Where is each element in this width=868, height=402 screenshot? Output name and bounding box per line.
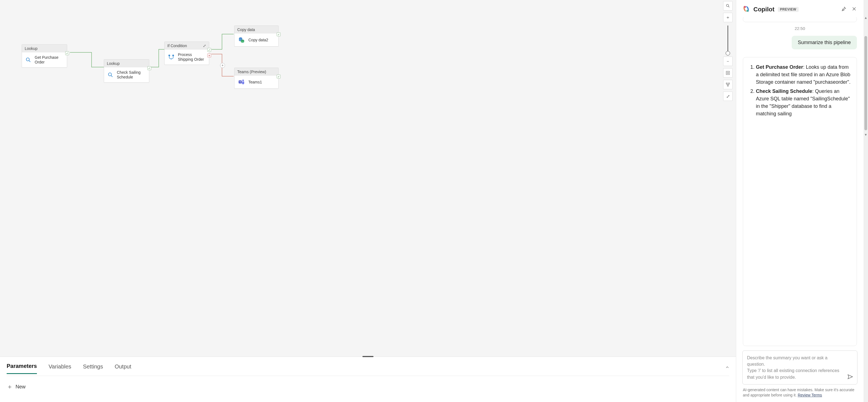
node-type-label: Teams (Preview) xyxy=(237,70,266,74)
previous-message-card xyxy=(743,17,857,22)
close-icon xyxy=(852,7,856,11)
svg-rect-16 xyxy=(728,83,730,84)
copilot-logo-icon xyxy=(742,5,750,14)
layout-icon xyxy=(726,82,730,87)
copilot-input[interactable]: Describe the summary you want or ask a q… xyxy=(742,350,858,384)
search-button[interactable] xyxy=(723,1,733,10)
expand-icon: ⤢ xyxy=(726,94,730,99)
if-condition-icon xyxy=(168,54,175,61)
lookup-icon xyxy=(107,71,114,78)
send-button[interactable] xyxy=(847,374,853,381)
tab-settings[interactable]: Settings xyxy=(83,362,103,374)
pin-button[interactable] xyxy=(840,5,847,13)
fit-icon xyxy=(726,71,730,75)
assistant-item: Check Sailing Schedule: Queries an Azure… xyxy=(756,88,850,118)
assistant-item-title: Check Sailing Schedule xyxy=(756,89,812,94)
canvas-toolbar: ＋ － ⤢ xyxy=(723,1,733,101)
user-message: Summarize this pipeline xyxy=(792,36,857,49)
node-label: Teams1 xyxy=(248,80,262,85)
chat-timestamp: 22:50 xyxy=(743,26,857,31)
copilot-input-area: Describe the summary you want or ask a q… xyxy=(736,346,864,386)
node-if-condition[interactable]: If Condition ⤢ Process Shipping Order ✓ … xyxy=(164,42,209,65)
svg-rect-14 xyxy=(727,72,728,73)
node-type-label: If Condition xyxy=(167,43,187,48)
lookup-icon xyxy=(25,56,31,64)
search-icon xyxy=(726,4,730,8)
node-teams[interactable]: Teams (Preview) T Teams1 ✓ xyxy=(234,68,279,89)
tab-variables[interactable]: Variables xyxy=(49,362,71,374)
collapse-panel-button[interactable] xyxy=(725,365,729,370)
node-type-label: Lookup xyxy=(25,46,37,51)
svg-text:T: T xyxy=(240,81,241,83)
fit-to-screen-button[interactable] xyxy=(723,68,733,78)
assistant-item-title: Get Purchase Order xyxy=(756,64,803,70)
scroll-thumb[interactable] xyxy=(864,36,867,130)
svg-line-3 xyxy=(111,76,113,77)
zoom-slider-thumb[interactable] xyxy=(726,51,730,56)
minus-icon: － xyxy=(726,59,730,64)
svg-line-1 xyxy=(29,61,31,62)
zoom-in-button[interactable]: ＋ xyxy=(723,13,733,22)
svg-point-2 xyxy=(108,73,112,76)
main-column: Lookup Get Purchase Order ✓ Lookup Check… xyxy=(0,0,736,402)
node-label: Get Purchase Order xyxy=(35,55,64,65)
svg-rect-15 xyxy=(726,83,727,84)
zoom-out-button[interactable]: － xyxy=(723,57,733,66)
svg-rect-13 xyxy=(726,71,730,75)
copilot-title: Copilot xyxy=(753,6,774,13)
svg-rect-17 xyxy=(727,85,728,86)
node-label: Check Sailing Schedule xyxy=(117,70,146,79)
scrollbar[interactable]: ▲ ▼ xyxy=(864,0,868,402)
status-success-icon: ✓ xyxy=(65,51,69,55)
pipeline-canvas[interactable]: Lookup Get Purchase Order ✓ Lookup Check… xyxy=(0,0,736,357)
scroll-down-arrow[interactable]: ▼ xyxy=(864,133,868,137)
node-get-purchase-order[interactable]: Lookup Get Purchase Order ✓ xyxy=(22,44,67,68)
status-success-icon: ✓ xyxy=(207,48,211,52)
status-fail-icon: ✕ xyxy=(207,54,211,57)
new-parameter-button[interactable]: ＋ New xyxy=(7,382,26,391)
node-copy-data[interactable]: Copy data Copy data2 ✓ xyxy=(234,26,279,46)
node-check-sailing-schedule[interactable]: Lookup Check Sailing Schedule ✓ xyxy=(104,59,149,82)
tab-output[interactable]: Output xyxy=(115,362,131,374)
svg-point-0 xyxy=(26,58,29,61)
svg-line-12 xyxy=(728,6,729,7)
svg-point-5 xyxy=(172,55,174,56)
copilot-panel: Copilot PREVIEW 22:50 Summarize this pip… xyxy=(736,0,864,402)
node-type-label: Lookup xyxy=(107,61,120,66)
svg-point-18 xyxy=(744,6,746,8)
add-activity-button[interactable]: + xyxy=(220,63,225,68)
scroll-up-arrow[interactable]: ▲ xyxy=(864,15,868,20)
plus-icon: ＋ xyxy=(726,15,730,21)
tab-parameters[interactable]: Parameters xyxy=(7,361,37,374)
chevron-up-icon xyxy=(725,365,729,369)
properties-panel: Parameters Variables Settings Output ＋ N… xyxy=(0,357,736,402)
svg-point-4 xyxy=(168,55,170,56)
status-success-icon: ✓ xyxy=(277,32,281,36)
copilot-input-placeholder: Describe the summary you want or ask a q… xyxy=(747,355,843,380)
review-terms-link[interactable]: Review Terms xyxy=(798,393,822,397)
status-success-icon: ✓ xyxy=(277,75,281,78)
new-parameter-label: New xyxy=(16,384,26,390)
fullscreen-button[interactable]: ⤢ xyxy=(723,92,733,101)
pin-icon xyxy=(841,6,846,11)
teams-icon: T xyxy=(238,78,245,86)
node-label: Process Shipping Order xyxy=(178,53,206,62)
panel-resize-handle[interactable] xyxy=(363,356,373,357)
copilot-disclaimer: AI-generated content can have mistakes. … xyxy=(736,386,864,402)
svg-point-11 xyxy=(726,4,729,7)
node-label: Copy data2 xyxy=(248,38,268,42)
status-success-icon: ✓ xyxy=(147,66,151,70)
copilot-header: Copilot PREVIEW xyxy=(736,0,864,17)
plus-icon: ＋ xyxy=(7,382,13,391)
copilot-chat: 22:50 Summarize this pipeline Get Purcha… xyxy=(736,17,864,346)
close-button[interactable] xyxy=(851,5,858,13)
connectors-layer xyxy=(0,0,736,357)
zoom-slider[interactable] xyxy=(727,26,728,53)
svg-point-19 xyxy=(746,10,748,12)
assistant-message: Get Purchase Order: Looks up data from a… xyxy=(743,57,857,346)
auto-layout-button[interactable] xyxy=(723,80,733,89)
expand-icon[interactable]: ⤢ xyxy=(203,43,206,48)
copy-data-icon xyxy=(238,36,245,43)
preview-badge: PREVIEW xyxy=(778,7,799,12)
send-icon xyxy=(847,374,853,380)
